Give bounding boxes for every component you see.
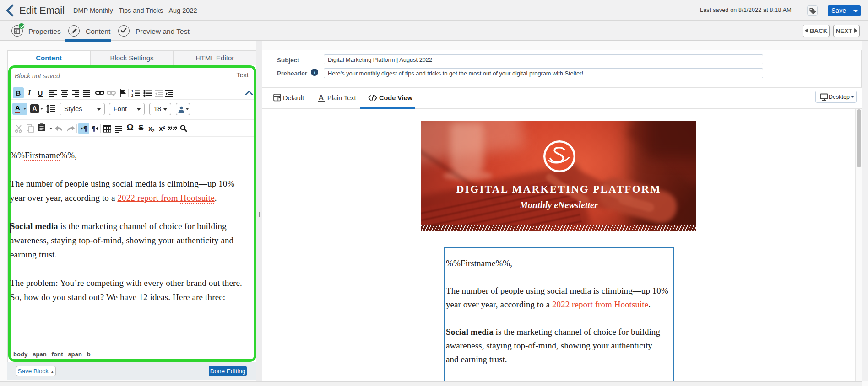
svg-text:2: 2	[131, 93, 133, 97]
svg-text:1: 1	[131, 89, 133, 93]
